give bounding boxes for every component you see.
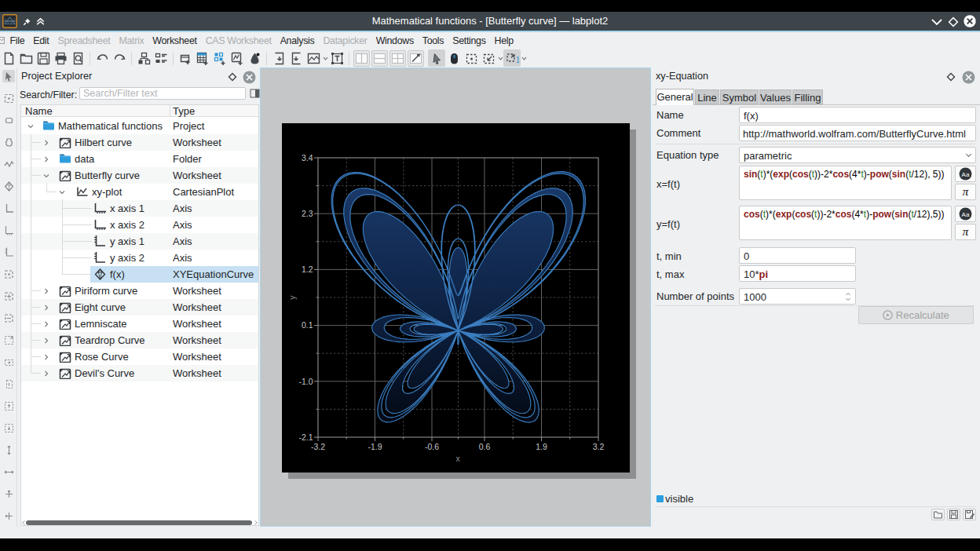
svg-text:y: y xyxy=(287,295,297,300)
svg-text:Aa: Aa xyxy=(962,171,970,178)
svg-text:1: 1 xyxy=(515,56,518,64)
svg-text:1.9: 1.9 xyxy=(536,442,547,451)
svg-text:Aa: Aa xyxy=(962,211,970,218)
svg-text:-1.9: -1.9 xyxy=(368,442,382,451)
svg-text:-1.0: -1.0 xyxy=(298,377,313,386)
svg-text:0.6: 0.6 xyxy=(479,442,491,451)
svg-text:2.3: 2.3 xyxy=(302,209,313,218)
svg-text:0.1: 0.1 xyxy=(302,320,313,330)
svg-text:-0.6: -0.6 xyxy=(425,442,439,451)
svg-text:1.2: 1.2 xyxy=(302,265,313,274)
svg-text:x: x xyxy=(455,454,460,463)
svg-text:-3.2: -3.2 xyxy=(311,442,325,451)
svg-text:-2.1: -2.1 xyxy=(298,432,313,442)
svg-text:3.2: 3.2 xyxy=(593,442,605,451)
svg-text:3.4: 3.4 xyxy=(302,153,313,162)
